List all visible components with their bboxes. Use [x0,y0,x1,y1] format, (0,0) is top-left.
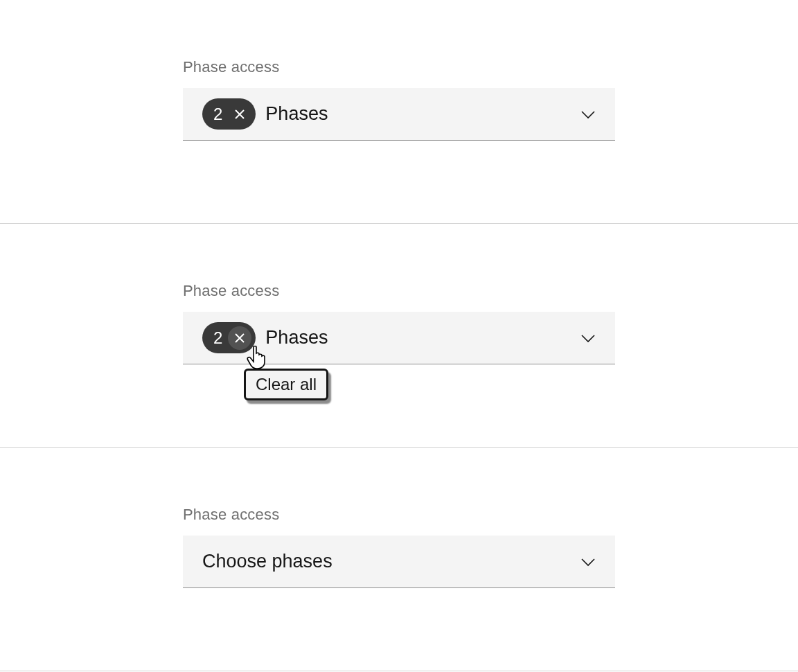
dropdown-value: Phases [265,103,580,125]
close-icon [233,332,246,344]
selection-count: 2 [213,106,222,123]
chevron-down-icon [580,109,596,119]
dropdown-state-empty: Phase access Choose phases [0,448,798,671]
selection-tag: 2 [202,98,256,130]
dropdown-state-default: Phase access 2 Phases [0,0,798,224]
phases-dropdown[interactable]: 2 Phases [183,312,615,364]
clear-selection-button[interactable] [228,326,251,350]
clear-selection-button[interactable] [228,103,251,126]
chevron-down-icon [580,557,596,567]
dropdown-value: Phases [265,327,580,348]
field-label: Phase access [183,506,279,524]
chevron-down-icon [580,333,596,343]
field-label: Phase access [183,58,279,76]
phases-dropdown[interactable]: Choose phases [183,536,615,588]
close-icon [233,108,246,121]
selection-tag: 2 [202,322,256,353]
dropdown-state-hover-clear: Phase access 2 Phases Clear all [0,224,798,448]
clear-all-tooltip: Clear all [244,369,328,400]
phases-dropdown[interactable]: 2 Phases [183,88,615,141]
dropdown-placeholder: Choose phases [202,551,580,572]
field-label: Phase access [183,282,279,300]
selection-count: 2 [213,330,222,346]
